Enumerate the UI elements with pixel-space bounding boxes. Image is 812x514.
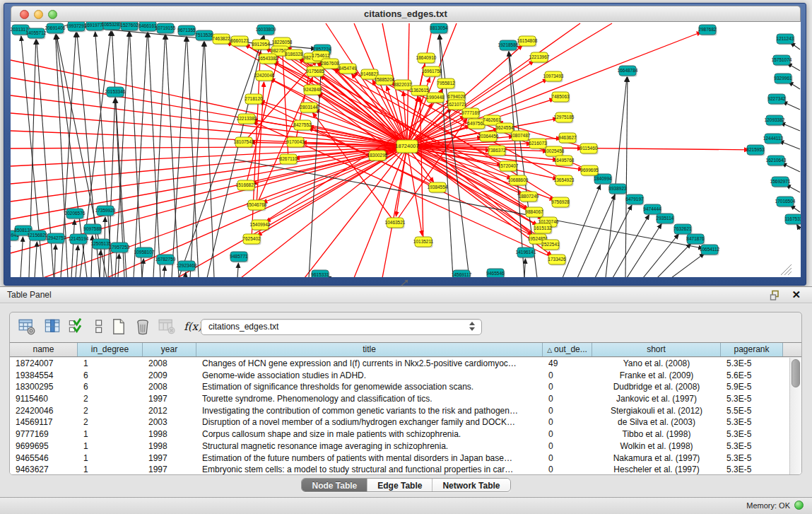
graph-node[interactable]: 15046768 (247, 200, 267, 211)
graph-node[interactable]: 16154808 (517, 36, 538, 47)
table-row[interactable]: 946362711997Embryonic stem cells: a mode… (10, 464, 791, 475)
graph-node[interactable]: 9699695 (580, 165, 599, 177)
graph-node[interactable]: 1167531 (785, 214, 801, 226)
graph-node[interactable]: 1990448 (426, 93, 445, 104)
graph-node[interactable]: 9115460 (580, 144, 599, 155)
graph-node[interactable]: 10688609 (508, 175, 529, 187)
graph-node[interactable]: 1615132 (534, 223, 552, 235)
graph-node[interactable]: 18300295 (367, 151, 388, 162)
graph-node[interactable]: 10653287 (102, 22, 122, 31)
column-visibility-icon[interactable] (44, 318, 61, 335)
graph-node[interactable]: 3624554 (495, 123, 514, 134)
graph-node[interactable]: 10135211 (413, 237, 434, 248)
graph-node[interactable]: 12145194 (69, 234, 89, 245)
graph-node[interactable]: 9227342 (767, 94, 786, 105)
graph-node[interactable]: 12975185 (554, 112, 575, 124)
graph-node[interactable]: 9777169 (461, 108, 480, 119)
graph-node[interactable]: 19937291 (66, 22, 87, 33)
graph-node[interactable]: 8813054 (430, 23, 448, 35)
graph-node[interactable]: 16495768 (554, 156, 575, 167)
table-row[interactable]: 911546021997Tourette syndrome. Phenomeno… (10, 393, 791, 405)
graph-node[interactable]: 2987682 (698, 25, 717, 36)
tab-node-table[interactable]: Node Table (302, 479, 367, 492)
graph-node[interactable]: 15885204 (375, 75, 395, 86)
graph-node[interactable]: 9242848 (303, 85, 322, 96)
graph-node[interactable]: 16648784 (618, 66, 638, 77)
graph-node[interactable]: 1527602 (120, 22, 139, 32)
graph-node[interactable]: 19218586 (498, 40, 519, 52)
graph-node[interactable]: 12213383 (237, 114, 257, 125)
graph-node[interactable]: 8267110 (280, 154, 298, 165)
graph-node[interactable]: 16210643 (766, 156, 787, 167)
graph-node[interactable]: 1211243 (777, 34, 795, 45)
graph-node[interactable]: 10958107 (134, 247, 155, 259)
table-mode-icon[interactable] (18, 318, 35, 335)
graph-node[interactable]: 18807249 (519, 192, 539, 203)
graph-node[interactable]: 15751074 (772, 55, 792, 66)
graph-node[interactable]: 12505135 (91, 239, 112, 250)
graph-node[interactable]: 20364456 (478, 132, 499, 143)
graph-node[interactable]: 18724007 (395, 140, 418, 154)
scrollbar-thumb[interactable] (792, 359, 800, 387)
graph-node[interactable]: 20691406 (45, 23, 66, 35)
table-row[interactable]: 946554611997Estimation of the future num… (10, 452, 791, 465)
column-header-short[interactable]: short (592, 343, 721, 356)
graph-node[interactable]: 9175685 (306, 66, 324, 78)
graph-node[interactable]: 16961758 (422, 66, 442, 78)
graph-node[interactable]: 9329961 (774, 74, 792, 85)
table-row[interactable]: 1872400712008Changes of HCN gene express… (10, 358, 791, 370)
graph-node[interactable]: 9097588 (83, 224, 102, 235)
graph-node[interactable]: 2935114 (657, 214, 675, 225)
graph-node[interactable]: 20206576 (65, 209, 86, 220)
column-header-title[interactable]: title (196, 343, 543, 356)
network-window-titlebar[interactable]: citations_edges.txt (11, 6, 801, 22)
graph-node[interactable]: 16033809 (256, 25, 276, 36)
graph-node[interactable]: 14196141 (516, 247, 536, 259)
column-header-year[interactable]: year (143, 343, 196, 356)
graph-node[interactable]: 17359928 (95, 206, 116, 217)
graph-node[interactable]: 9615331 (311, 270, 329, 277)
close-panel-icon[interactable]: ✕ (792, 288, 801, 301)
graph-node[interactable]: 9463627 (558, 133, 577, 144)
new-column-icon[interactable] (110, 318, 127, 335)
graph-node[interactable]: 9170043 (286, 137, 305, 148)
graph-node[interactable]: 15166827 (236, 180, 257, 192)
table-row[interactable]: 977716911998Corpus callosum shape and si… (10, 428, 791, 440)
graph-node[interactable]: 10807487 (510, 131, 531, 142)
graph-node[interactable]: 7386372 (488, 146, 506, 157)
delete-column-icon[interactable] (134, 318, 151, 335)
graph-node[interactable]: 14055712 (26, 28, 47, 40)
table-row[interactable]: 1830029562008Estimation of significance … (10, 381, 791, 393)
graph-node[interactable]: 20153346 (105, 87, 126, 98)
table-row[interactable]: 2242004622012Investigating the contribut… (10, 405, 791, 417)
graph-node[interactable]: 12213967 (529, 52, 550, 64)
graph-node[interactable]: 22420046 (254, 71, 275, 82)
tab-network-table[interactable]: Network Table (433, 479, 510, 492)
graph-node[interactable]: 18640910 (416, 53, 437, 64)
select-columns-icon[interactable] (68, 318, 85, 335)
graph-node[interactable]: 17016504 (775, 197, 796, 208)
graph-node[interactable]: 9884067 (525, 207, 543, 218)
graph-node[interactable]: 8938923 (608, 184, 627, 195)
graph-node[interactable]: 7513526 (195, 30, 213, 42)
table-row[interactable]: 1938455462009Genome-wide association stu… (10, 370, 791, 382)
graph-node[interactable]: 10719155 (155, 23, 176, 35)
canvas-resize-grip[interactable] (781, 264, 792, 275)
graph-node[interactable]: 6479197 (625, 194, 644, 206)
graph-node[interactable]: 1733426 (548, 255, 566, 266)
graph-node[interactable]: 10463521 (385, 218, 406, 229)
graph-node[interactable]: 9756928 (551, 197, 570, 209)
graph-node[interactable]: 18107543 (234, 137, 254, 148)
graph-node[interactable]: 8822037 (394, 80, 412, 91)
graph-node[interactable]: 8427552 (293, 120, 312, 132)
tab-edge-table[interactable]: Edge Table (367, 479, 433, 492)
table-row[interactable]: 969969511998Structural magnetic resonanc… (10, 440, 791, 452)
graph-node[interactable]: 17957253 (110, 243, 130, 254)
graph-node[interactable]: 15720407 (498, 161, 519, 173)
graph-node[interactable]: 7463822 (212, 34, 230, 45)
graph-node[interactable]: 6216073 (529, 139, 547, 150)
graph-node[interactable]: 16782759 (155, 255, 176, 266)
graph-node[interactable]: 8660123 (230, 36, 249, 47)
graph-node[interactable]: 15692971 (770, 177, 791, 188)
graph-node[interactable]: 13654923 (554, 175, 575, 187)
